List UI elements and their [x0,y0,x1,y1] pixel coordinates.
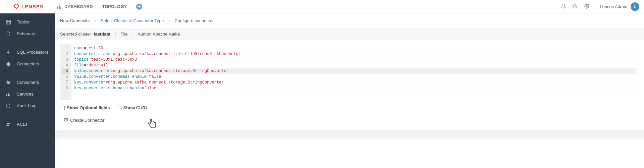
svg-point-5 [586,5,588,7]
show-optional-checkbox[interactable] [60,106,65,110]
footer-strip [55,130,644,138]
selected-cluster-label: Selected cluster [60,32,91,37]
svg-point-13 [7,122,9,124]
editor-region: 12345678 name=test-30connector.class=org… [55,40,644,103]
breadcrumb: New Connector › Select Cluster & Connect… [55,13,644,28]
code-line[interactable]: topics=test-30x1,test-30x3 [74,57,636,63]
svg-rect-10 [6,94,7,96]
show-curl-label: Show CURL [123,105,148,110]
create-connector-button[interactable]: Create Connector [60,115,108,125]
action-row: Create Connector [55,114,644,130]
code-editor[interactable]: 12345678 name=test-30connector.class=org… [60,44,639,100]
logo-icon [13,3,21,10]
show-curl-checkbox[interactable] [117,106,121,110]
sidebar-item-label: Consumers [17,80,39,85]
line-number: 6 [62,74,69,80]
divider: | [115,32,116,37]
line-number: 1 [62,46,69,51]
show-curl-toggle[interactable]: Show CURL [117,105,148,110]
sidebar-item-connectors[interactable]: Connectors [0,58,55,70]
svg-point-14 [9,123,10,124]
svg-point-9 [8,83,9,84]
sidebar-item-acls[interactable]: ACLs [0,118,55,130]
add-icon[interactable] [136,4,142,10]
sidebar-item-services[interactable]: Services [0,88,55,100]
code-area[interactable]: name=test-30connector.class=org.apache.k… [71,44,639,100]
svg-point-8 [9,82,10,83]
chart-icon [5,92,11,97]
topbar: LENSES DASHBOARD TOPOLOGY Lenses Admin L [0,0,644,13]
line-number: 4 [62,63,69,68]
line-gutter: 12345678 [60,44,71,100]
line-number: 2 [62,51,69,57]
crumb-configure: Configure connector [174,18,214,23]
sidebar-item-auditlog[interactable]: Audit Log [0,100,55,112]
nav-dashboard-label: DASHBOARD [64,4,93,9]
line-number: 5 [62,68,69,74]
sidebar-item-label: SQL Processors [17,50,48,55]
editor-controls: Show Optional fields Show CURL [55,103,644,114]
users-icon [5,122,11,127]
code-line[interactable]: value.converter=org.apache.kafka.connect… [74,68,636,74]
user-name[interactable]: Lenses Admin [600,4,627,9]
crumb-select-cluster[interactable]: Select Cluster & Connector Type [101,18,164,23]
svg-rect-11 [8,93,9,96]
sidebar-item-label: Connectors [17,61,39,66]
code-line[interactable]: key.converter.schemas.enable=false [74,86,636,91]
svg-rect-3 [59,5,60,9]
code-line[interactable]: value.converter.schemas.enable=false [74,74,636,80]
sidebar-item-schemas[interactable]: Schemas [0,28,55,40]
avatar[interactable]: L [631,2,639,11]
puzzle-icon [5,62,11,66]
connector-type: File [121,32,128,37]
nav-dashboard[interactable]: DASHBOARD [57,4,93,9]
logo-text[interactable]: LENSES [21,4,44,9]
sidebar-item-consumers[interactable]: Consumers [0,76,55,88]
svg-point-7 [7,81,8,82]
sidebar-item-label: Audit Log [17,103,35,108]
svg-rect-16 [65,120,67,121]
create-connector-label: Create Connector [70,118,105,123]
sidebar-item-label: Services [17,92,34,97]
line-number: 3 [62,57,69,63]
gear-icon[interactable] [584,4,589,10]
svg-rect-4 [60,7,61,8]
refresh-icon [5,104,11,108]
nav-topology-label: TOPOLOGY [102,4,127,9]
chevron-right-icon: › [168,18,170,23]
crumb-new-connector[interactable]: New Connector [60,18,90,23]
code-line[interactable]: name=test-30 [74,46,636,51]
bolt-icon [5,50,11,55]
svg-point-0 [14,4,18,8]
code-line[interactable]: key.converter=org.apache.kafka.connect.s… [74,80,636,86]
sliders-icon [5,80,11,85]
svg-rect-2 [57,6,58,9]
code-line[interactable]: connector.class=org.apache.kafka.connect… [74,51,636,57]
metabar: Selected cluster fastdata | File | Autho… [55,28,644,40]
sidebar: Topics Schemas SQL Processors Connectors… [0,13,55,168]
author-value: Apache Kafka [153,32,180,37]
sidebar-item-label: Schemas [17,31,35,36]
menu-icon[interactable] [5,3,10,10]
cursor-hand-icon [147,118,157,131]
selected-cluster-value: fastdata [94,32,110,37]
code-line[interactable]: file=/dev/null [74,63,636,68]
line-number: 8 [62,86,69,91]
show-optional-toggle[interactable]: Show Optional fields [60,105,110,110]
divider: | [132,32,133,37]
sidebar-item-sql[interactable]: SQL Processors [0,46,55,58]
show-optional-label: Show Optional fields [67,105,110,110]
bell-icon[interactable] [561,4,566,10]
divider [596,4,596,10]
sidebar-item-label: ACLs [17,122,28,127]
history-icon[interactable] [573,4,578,10]
svg-rect-15 [65,118,66,119]
chevron-right-icon: › [95,18,96,23]
author-label: Author: [138,32,152,37]
save-icon [64,117,68,123]
main: New Connector › Select Cluster & Connect… [55,13,644,168]
sidebar-item-topics[interactable]: Topics [0,16,55,28]
document-icon [5,32,11,36]
sidebar-item-label: Topics [17,19,29,24]
nav-topology[interactable]: TOPOLOGY [102,4,127,9]
